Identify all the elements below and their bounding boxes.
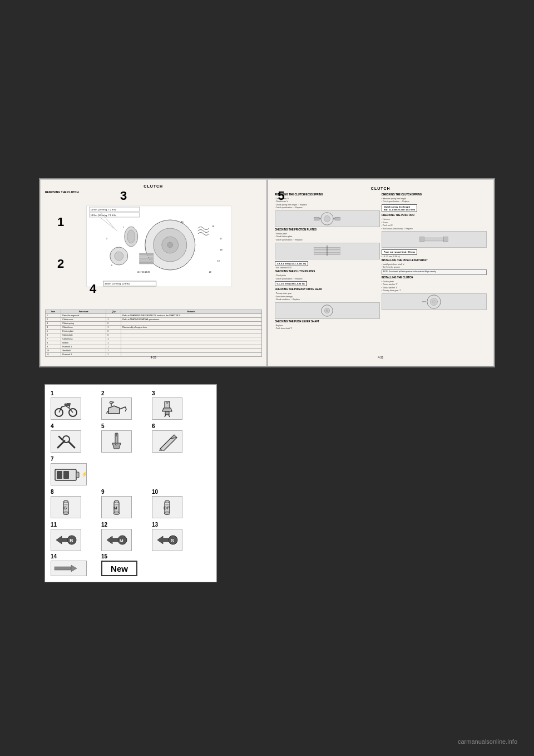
grease-icon: G [51,496,81,518]
right-page-columns: REMOVING THE CLUTCH BOSS SPRING • Lock w… [275,192,487,354]
svg-point-8 [167,242,173,248]
table-header-part: Part name [61,310,106,314]
revised-icon [51,561,87,576]
callout-4: 4 [90,282,96,296]
right-page-content: CLUTCH 5 REMOVING THE CLUTCH BOSS SPRING… [273,184,490,361]
icons-grid-row3: 7 ⚡ [51,456,211,485]
svg-text:16 17 18 19 20: 16 17 18 19 20 [137,271,150,273]
svg-text:10 Nm (1.0 m·kg, 7.2 ft·lb): 10 Nm (1.0 m·kg, 7.2 ft·lb) [91,208,117,211]
table-row: 8Needle1 [46,341,262,345]
table-row: 10Steel ball1 [46,349,262,353]
svg-rect-47 [444,237,448,242]
page-container: CLUTCH REMOVING THE CLUTCH 1 2 3 4 10 Nm… [0,0,534,756]
section-checking-clutch-plates: CHECKING THE CLUTCH PLATES [275,270,380,273]
icons-grid-row2: 4 5 [51,423,211,453]
svg-point-55 [110,401,113,404]
top-dark-area [0,11,534,167]
svg-rect-15 [140,262,154,264]
svg-line-58 [165,415,166,417]
battery-icon: ⚡ [51,463,87,485]
svg-text:10 Nm (1.0 m·kg, 7.2 ft·lb): 10 Nm (1.0 m·kg, 7.2 ft·lb) [91,214,117,217]
svg-text:16: 16 [212,225,214,228]
svg-marker-90 [71,565,77,572]
icon-item-7: 7 ⚡ [51,456,87,485]
section-push-lever: CHECKING THE PUSH LEVER SHAFT [275,320,380,323]
svg-line-63 [59,436,62,440]
diagram-friction-plates [275,243,380,259]
svg-rect-57 [165,411,169,415]
table-row: 1Drain the engine oilRefer to CHANGING T… [46,314,262,318]
svg-text:S: S [171,538,174,543]
svg-rect-34 [314,217,319,220]
callout-5: 5 [278,189,285,203]
wrench-icon [51,430,81,453]
icon-item-15: 15 New [101,553,149,576]
pencil-tool-icon [152,430,182,453]
svg-rect-46 [420,237,424,242]
svg-text:M: M [120,538,123,543]
svg-rect-54 [65,404,70,406]
svg-text:B: B [70,538,73,543]
diagram-removing-boss [275,210,380,227]
svg-text:G: G [63,505,67,510]
left-page-number: 4-29 [151,356,156,359]
svg-point-74 [114,512,120,515]
right-page-number: 4-31 [378,356,383,359]
section-primary-gear: CHECKING THE PRIMARY DRIVE GEAR [275,288,380,291]
svg-point-17 [115,252,123,261]
website-watermark: carmanualsonline.info [458,738,517,745]
manual-page-right: CLUTCH 5 REMOVING THE CLUTCH BOSS SPRING… [268,179,495,366]
table-row: 3Clutch spring6 [46,322,262,326]
molybdenum-icon: M [101,496,132,518]
icons-grid-row5: 11 B 12 [51,522,211,551]
svg-rect-35 [335,217,340,220]
section-clutch-spring: CHECKING THE CLUTCH SPRING [382,193,487,197]
bolt-m-icon: M [101,529,132,551]
svg-point-78 [165,502,170,504]
svg-text:20: 20 [209,271,211,273]
svg-text:18: 18 [220,249,222,251]
svg-line-59 [169,415,170,417]
icon-item-13: 13 S [152,522,199,551]
svg-rect-12 [140,256,154,257]
icon-item-2: 2 [101,390,149,420]
svg-point-71 [63,512,69,515]
oil-can-icon [101,397,132,420]
rp-col-right: CHECKING THE CLUTCH SPRING • Measure spr… [382,192,487,354]
parts-table: Item Part name Q'ty Remarks 1Drain the e… [45,310,262,357]
dp-lube-icon: DP [152,496,182,518]
svg-text:⚡: ⚡ [81,470,86,478]
spec-pushrod-runout: Push rod runout limit: 0.5 mm [382,249,418,254]
manual-spread: CLUTCH REMOVING THE CLUTCH 1 2 3 4 10 Nm… [39,178,495,367]
section-checking-friction: CHECKING THE FRICTION PLATES [275,228,380,232]
table-row: 4Clutch boss1Disassembly of engine done [46,326,262,330]
clutch-diagram-svg: 10 Nm (1.0 m·kg, 7.2 ft·lb) 10 Nm (1.0 m… [45,195,262,306]
table-row: 2Clutch cover1Refer to TRACING REMOVAL p… [46,318,262,322]
new-label: New [111,564,128,573]
svg-rect-45 [424,238,444,242]
svg-text:DP: DP [164,505,170,510]
icons-legend-section: 1 2 [44,384,217,582]
svg-rect-13 [140,258,154,259]
table-row: 5Friction plate6 [46,330,262,333]
spark-plug-icon [152,397,182,420]
svg-text:30 Nm (3.0 m·kg, 22 ft·lb): 30 Nm (3.0 m·kg, 22 ft·lb) [105,282,130,285]
svg-text:4: 4 [111,264,112,267]
table-row: 7Clutch boss1 [46,337,262,341]
left-section-title: REMOVING THE CLUTCH [45,190,262,194]
svg-rect-67 [76,472,79,478]
svg-text:3: 3 [106,238,107,240]
motorcycle-icon [51,397,81,420]
svg-rect-68 [57,471,62,479]
svg-point-72 [63,502,68,504]
new-badge-icon: New [101,561,137,576]
table-header-item: Item [46,310,61,314]
svg-point-75 [114,502,119,504]
svg-rect-11 [140,253,154,255]
callout-2: 2 [57,257,64,271]
spec-clutch-plates: 0.1–0.5 mm (0.004–0.02 in) [275,281,307,286]
icon-item-8: 8 G [51,489,98,518]
table-row: 9Push rod 11 [46,345,262,349]
icon-item-6: 6 [152,423,199,453]
svg-text:2: 2 [123,227,124,229]
